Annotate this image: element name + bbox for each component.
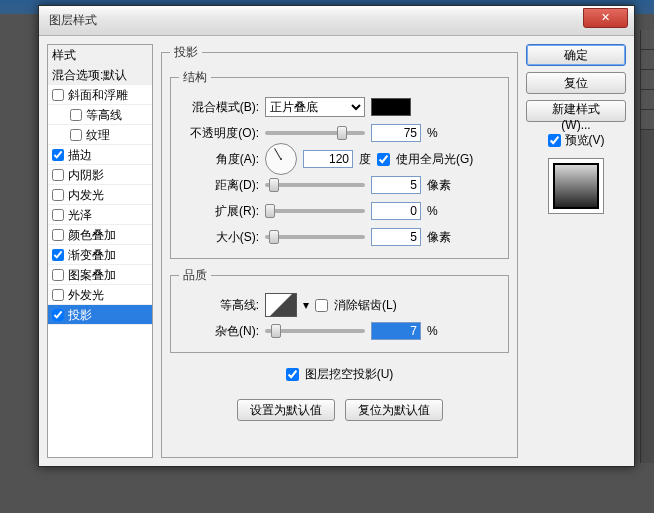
structure-group: 结构 混合模式(B): 正片叠底 不透明度(O): % 角度(A): 度 bbox=[170, 69, 509, 259]
blend-mode-select[interactable]: 正片叠底 bbox=[265, 97, 365, 117]
style-check[interactable] bbox=[70, 109, 82, 121]
angle-dial[interactable] bbox=[265, 143, 297, 175]
angle-input[interactable] bbox=[303, 150, 353, 168]
titlebar[interactable]: 图层样式 ✕ bbox=[39, 6, 634, 36]
ok-button[interactable]: 确定 bbox=[526, 44, 626, 66]
style-check[interactable] bbox=[52, 309, 64, 321]
style-item-bevel[interactable]: 斜面和浮雕 bbox=[48, 85, 152, 105]
style-item-color-overlay[interactable]: 颜色叠加 bbox=[48, 225, 152, 245]
spread-label: 扩展(R): bbox=[179, 203, 259, 220]
distance-slider[interactable] bbox=[265, 183, 365, 187]
distance-input[interactable] bbox=[371, 176, 421, 194]
make-default-button[interactable]: 设置为默认值 bbox=[237, 399, 335, 421]
drop-shadow-legend: 投影 bbox=[170, 44, 202, 61]
style-item-texture[interactable]: 纹理 bbox=[48, 125, 152, 145]
dialog-title: 图层样式 bbox=[49, 12, 97, 29]
use-global-light-check[interactable] bbox=[377, 153, 390, 166]
noise-input[interactable] bbox=[371, 322, 421, 340]
style-item-drop-shadow[interactable]: 投影 bbox=[48, 305, 152, 325]
contour-label: 等高线: bbox=[179, 297, 259, 314]
noise-slider[interactable] bbox=[265, 329, 365, 333]
new-style-button[interactable]: 新建样式(W)... bbox=[526, 100, 626, 122]
style-check[interactable] bbox=[52, 209, 64, 221]
preview-label: 预览(V) bbox=[565, 132, 605, 149]
style-list-header[interactable]: 样式 bbox=[48, 45, 152, 65]
cancel-button[interactable]: 复位 bbox=[526, 72, 626, 94]
spread-input[interactable] bbox=[371, 202, 421, 220]
style-check[interactable] bbox=[52, 249, 64, 261]
structure-legend: 结构 bbox=[179, 69, 211, 86]
style-check[interactable] bbox=[52, 89, 64, 101]
quality-group: 品质 等高线: ▾ 消除锯齿(L) 杂色(N): % bbox=[170, 267, 509, 353]
preview-swatch bbox=[553, 163, 599, 209]
distance-label: 距离(D): bbox=[179, 177, 259, 194]
style-check[interactable] bbox=[52, 189, 64, 201]
opacity-label: 不透明度(O): bbox=[179, 125, 259, 142]
style-item-inner-glow[interactable]: 内发光 bbox=[48, 185, 152, 205]
dialog-actions: 确定 复位 新建样式(W)... 预览(V) bbox=[526, 44, 626, 458]
style-check[interactable] bbox=[52, 229, 64, 241]
layer-style-dialog: 图层样式 ✕ 样式 混合选项:默认 斜面和浮雕 等高线 纹理 描边 内阴影 内发… bbox=[38, 5, 635, 467]
blend-options-default[interactable]: 混合选项:默认 bbox=[48, 65, 152, 85]
style-check[interactable] bbox=[52, 169, 64, 181]
style-item-inner-shadow[interactable]: 内阴影 bbox=[48, 165, 152, 185]
anti-alias-label: 消除锯齿(L) bbox=[334, 297, 397, 314]
size-input[interactable] bbox=[371, 228, 421, 246]
noise-label: 杂色(N): bbox=[179, 323, 259, 340]
knockout-check[interactable] bbox=[286, 368, 299, 381]
shadow-color-swatch[interactable] bbox=[371, 98, 411, 116]
style-check[interactable] bbox=[52, 289, 64, 301]
quality-legend: 品质 bbox=[179, 267, 211, 284]
use-global-light-label: 使用全局光(G) bbox=[396, 151, 473, 168]
contour-picker[interactable] bbox=[265, 293, 297, 317]
anti-alias-check[interactable] bbox=[315, 299, 328, 312]
style-check[interactable] bbox=[52, 269, 64, 281]
style-item-contour[interactable]: 等高线 bbox=[48, 105, 152, 125]
style-check[interactable] bbox=[52, 149, 64, 161]
size-label: 大小(S): bbox=[179, 229, 259, 246]
style-list: 样式 混合选项:默认 斜面和浮雕 等高线 纹理 描边 内阴影 内发光 光泽 颜色… bbox=[47, 44, 153, 458]
style-item-outer-glow[interactable]: 外发光 bbox=[48, 285, 152, 305]
reset-default-button[interactable]: 复位为默认值 bbox=[345, 399, 443, 421]
knockout-label: 图层挖空投影(U) bbox=[305, 366, 394, 383]
style-item-gradient-overlay[interactable]: 渐变叠加 bbox=[48, 245, 152, 265]
preview-check[interactable] bbox=[548, 134, 561, 147]
style-item-satin[interactable]: 光泽 bbox=[48, 205, 152, 225]
close-button[interactable]: ✕ bbox=[583, 8, 628, 28]
spread-slider[interactable] bbox=[265, 209, 365, 213]
drop-shadow-panel: 投影 结构 混合模式(B): 正片叠底 不透明度(O): % 角度(A): bbox=[161, 44, 518, 458]
angle-label: 角度(A): bbox=[179, 151, 259, 168]
blend-mode-label: 混合模式(B): bbox=[179, 99, 259, 116]
opacity-slider[interactable] bbox=[265, 131, 365, 135]
style-item-stroke[interactable]: 描边 bbox=[48, 145, 152, 165]
chevron-down-icon[interactable]: ▾ bbox=[303, 298, 309, 312]
style-item-pattern-overlay[interactable]: 图案叠加 bbox=[48, 265, 152, 285]
opacity-input[interactable] bbox=[371, 124, 421, 142]
size-slider[interactable] bbox=[265, 235, 365, 239]
style-check[interactable] bbox=[70, 129, 82, 141]
